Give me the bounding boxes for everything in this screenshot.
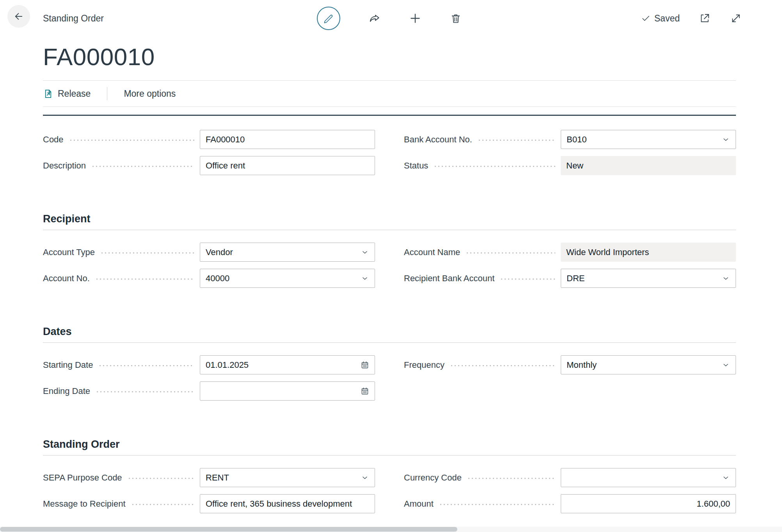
card-content: FA000010 Release More options: [43, 43, 736, 521]
back-button[interactable]: [7, 5, 30, 28]
save-status-label: Saved: [654, 13, 680, 24]
window-actions: Saved: [641, 0, 742, 37]
release-label: Release: [58, 89, 91, 99]
field-row-bank-account-no: Bank Account No.: [404, 130, 736, 149]
section-dates: Dates Starting Date: [43, 325, 736, 401]
fullscreen-button[interactable]: [730, 12, 742, 25]
page-title: FA000010: [43, 43, 736, 71]
account-type-combobox: [200, 243, 375, 262]
starting-date-input[interactable]: [200, 355, 375, 374]
amount-input[interactable]: [561, 494, 736, 513]
edit-button[interactable]: [317, 7, 340, 30]
dotted-leader: [500, 278, 555, 280]
more-options-button[interactable]: More options: [124, 89, 176, 99]
field-label: Code: [43, 135, 64, 145]
page-action-bar: Release More options: [43, 81, 736, 107]
dotted-leader: [95, 278, 194, 280]
chevron-down-icon[interactable]: [719, 130, 733, 149]
field-label: Description: [43, 161, 86, 171]
share-icon: [368, 12, 381, 25]
field-row-account-type: Account Type: [43, 243, 375, 262]
description-input[interactable]: [200, 156, 375, 175]
account-no-combobox: [200, 269, 375, 288]
trash-icon: [450, 12, 462, 24]
field-row-currency-code: Currency Code: [404, 468, 736, 487]
back-arrow-icon: [13, 11, 24, 22]
field-label: Amount: [404, 499, 434, 509]
status-value: New: [561, 156, 736, 175]
share-button[interactable]: [368, 12, 381, 25]
release-icon: [43, 89, 53, 99]
open-in-new-window-button[interactable]: [698, 12, 711, 25]
code-input[interactable]: [200, 130, 375, 149]
standing-order-form: Code Description: [43, 130, 736, 521]
dotted-leader: [96, 391, 194, 392]
field-label: Bank Account No.: [404, 135, 472, 145]
diagonal-expand-icon: [730, 12, 742, 24]
horizontal-scrollbar[interactable]: [0, 527, 782, 532]
recipient-bank-account-input[interactable]: [561, 269, 736, 288]
dotted-leader: [98, 365, 194, 366]
field-row-sepa-purpose-code: SEPA Purpose Code: [43, 468, 375, 487]
dotted-leader: [69, 140, 194, 141]
general-left-column: Code Description: [43, 130, 375, 175]
standing-order-page: Standing Order: [0, 0, 782, 532]
field-label: Status: [404, 161, 428, 171]
field-row-amount: Amount: [404, 494, 736, 513]
page-type-caption: Standing Order: [43, 0, 104, 37]
bank-account-no-input[interactable]: [561, 130, 736, 149]
section-heading: Dates: [43, 325, 736, 343]
message-to-recipient-input[interactable]: [200, 494, 375, 513]
currency-code-input[interactable]: [561, 468, 736, 487]
chevron-down-icon[interactable]: [719, 468, 733, 487]
new-record-button[interactable]: [409, 12, 421, 25]
calendar-icon[interactable]: [358, 355, 372, 374]
chevron-down-icon[interactable]: [719, 269, 733, 288]
chevron-down-icon[interactable]: [358, 269, 372, 288]
chevron-down-icon[interactable]: [358, 468, 372, 487]
section-recipient: Recipient Account Type: [43, 213, 736, 288]
sepa-purpose-code-combobox: [200, 468, 375, 487]
starting-date-picker: [200, 355, 375, 374]
sepa-purpose-code-input[interactable]: [200, 468, 375, 487]
dotted-leader: [467, 478, 555, 479]
field-row-code: Code: [43, 130, 375, 149]
ending-date-picker: [200, 381, 375, 401]
release-button[interactable]: Release: [43, 89, 91, 99]
field-row-description: Description: [43, 156, 375, 175]
top-bar: Standing Order: [0, 0, 782, 37]
dotted-leader: [434, 166, 555, 167]
field-label: Ending Date: [43, 386, 90, 396]
horizontal-scrollbar-thumb[interactable]: [0, 527, 457, 532]
dates-right-column: Frequency: [404, 355, 736, 401]
field-label: Currency Code: [404, 473, 462, 483]
chevron-down-icon[interactable]: [719, 355, 733, 374]
field-row-account-no: Account No.: [43, 269, 375, 288]
account-no-input[interactable]: [200, 269, 375, 288]
delete-button[interactable]: [450, 12, 462, 25]
field-label: Starting Date: [43, 360, 93, 370]
pencil-icon: [323, 13, 334, 24]
dotted-leader: [478, 140, 555, 141]
field-row-recipient-bank-account: Recipient Bank Account: [404, 269, 736, 288]
dotted-leader: [100, 252, 194, 254]
record-action-icons: [317, 0, 462, 37]
chevron-down-icon[interactable]: [358, 243, 372, 262]
field-label: Message to Recipient: [43, 499, 126, 509]
check-icon: [641, 13, 651, 23]
field-row-ending-date: Ending Date: [43, 381, 375, 401]
field-label: Account Type: [43, 247, 95, 257]
dotted-leader: [131, 504, 194, 505]
frequency-input[interactable]: [561, 355, 736, 374]
field-row-account-name: Account Name Wide World Importers: [404, 243, 736, 262]
field-row-message-to-recipient: Message to Recipient: [43, 494, 375, 513]
ending-date-input[interactable]: [200, 381, 375, 401]
account-type-input[interactable]: [200, 243, 375, 262]
calendar-icon[interactable]: [358, 381, 372, 401]
section-heading: Standing Order: [43, 438, 736, 456]
field-row-starting-date: Starting Date: [43, 355, 375, 374]
general-right-column: Bank Account No.: [404, 130, 736, 175]
field-row-status: Status New: [404, 156, 736, 175]
save-status: Saved: [641, 13, 680, 24]
dotted-leader: [466, 252, 555, 254]
